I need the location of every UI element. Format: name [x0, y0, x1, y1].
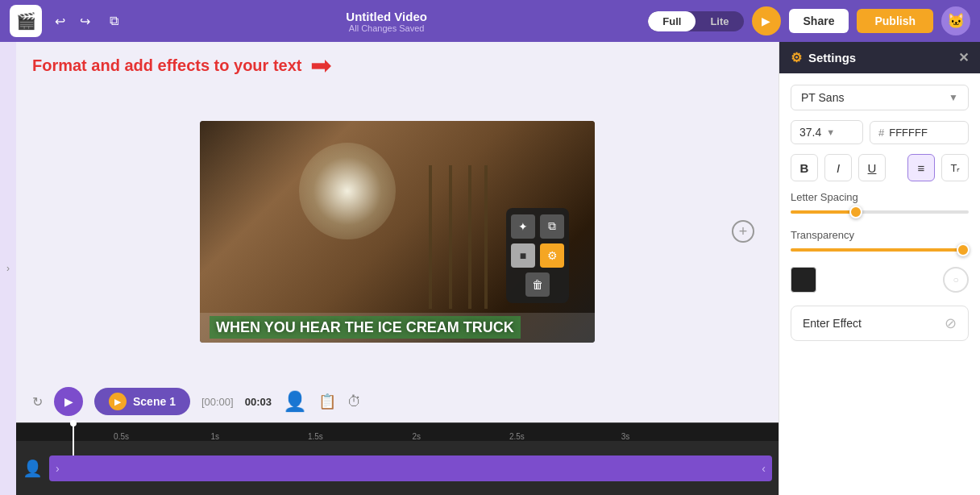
font-size-selector[interactable]: 37.4 ▼ [791, 120, 863, 144]
format-row: B I U ≡ Tᵣ [791, 154, 969, 181]
timeline-ruler: 0.5s 1s 1.5s 2s 2.5s 3s [16, 423, 779, 441]
refresh-icon: ↻ [32, 394, 43, 410]
ruler-mark-3: 1.5s [308, 432, 323, 441]
instruction-text: Format and add effects to your text [32, 56, 302, 75]
avatar-scene-icon[interactable]: 👤 [283, 390, 307, 413]
settings-header: ⚙ Settings ✕ [779, 42, 980, 73]
letter-spacing-section: Letter Spacing [791, 191, 969, 219]
hash-symbol: # [878, 127, 884, 139]
left-sidebar-toggle[interactable]: › [0, 42, 16, 495]
right-panel-content: PT Sans ▼ 37.4 ▼ # FFFFFF B I U [779, 73, 980, 495]
caption-text: WHEN YOU HEAR THE ICE CREAM TRUCK [210, 316, 521, 339]
mode-lite-button[interactable]: Lite [696, 11, 743, 31]
timeline: 0.5s 1s 1.5s 2s 2.5s 3s 👤 › ‹ [16, 422, 779, 495]
track-right-arrow: ‹ [762, 462, 766, 475]
color-hex-value: FFFFFF [889, 127, 928, 139]
letter-spacing-slider[interactable] [791, 205, 969, 219]
black-swatch[interactable] [791, 267, 816, 293]
canvas-area: WHEN YOU HEAR THE ICE CREAM TRUCK ✦ ⧉ ■ … [16, 81, 779, 382]
settings-close-icon[interactable]: ✕ [958, 50, 969, 65]
font-size-value: 37.4 [799, 126, 821, 139]
ruler-mark-1: 0.5s [114, 432, 129, 441]
add-scene-button[interactable]: + [732, 220, 754, 243]
scene-play-button[interactable]: ▶ [54, 387, 83, 416]
scene-controls: ↻ ▶ ▶ Scene 1 [00:00] 00:03 👤 📋 ⏱ [16, 382, 779, 422]
color-field[interactable]: # FFFFFF [870, 121, 969, 144]
save-status: All Changes Saved [349, 23, 425, 33]
right-panel: ⚙ Settings ✕ PT Sans ▼ 37.4 ▼ # FFFFFF [779, 42, 980, 495]
mode-toggle: Full Lite [648, 11, 743, 31]
timeline-track-bar[interactable]: › ‹ [49, 455, 772, 481]
scene-timecode: [00:00] [201, 396, 234, 408]
settings-gear-icon: ⚙ [791, 50, 802, 65]
slider-thumb[interactable] [849, 206, 862, 218]
float-settings-button[interactable]: ⚙ [540, 243, 564, 268]
preview-play-button[interactable]: ▶ [752, 6, 781, 35]
sidebar-arrow-icon: › [6, 263, 10, 274]
user-avatar[interactable]: 🐱 [941, 6, 970, 35]
float-toolbar-row2: ■ ⚙ [511, 243, 564, 268]
float-color-button[interactable]: ■ [511, 243, 535, 268]
undo-button[interactable]: ↩ [50, 12, 70, 31]
transparency-thumb[interactable] [957, 243, 970, 256]
video-caption[interactable]: WHEN YOU HEAR THE ICE CREAM TRUCK [200, 313, 595, 343]
no-color-swatch[interactable]: ○ [943, 267, 969, 293]
transparency-fill [791, 248, 960, 252]
slider-fill [791, 210, 853, 214]
clock-icon[interactable]: ⏱ [347, 393, 362, 410]
transparency-label: Transparency [791, 229, 969, 241]
settings-title: Settings [808, 51, 856, 64]
ruler-mark-5: 2.5s [509, 432, 525, 441]
transparency-slider[interactable] [791, 243, 969, 257]
track-left-arrow: › [49, 462, 60, 475]
video-canvas[interactable]: WHEN YOU HEAR THE ICE CREAM TRUCK ✦ ⧉ ■ … [200, 121, 595, 343]
size-chevron-icon: ▼ [826, 127, 835, 137]
underline-button[interactable]: U [858, 154, 886, 181]
font-chevron-icon: ▼ [949, 92, 958, 103]
publish-button[interactable]: Publish [857, 9, 933, 33]
scene-play-icon: ▶ [109, 393, 127, 410]
ruler-mark-4: 2s [413, 432, 421, 441]
mode-full-button[interactable]: Full [648, 11, 696, 31]
float-layers-button[interactable]: ⧉ [540, 214, 564, 239]
ruler-mark-6: 3s [621, 432, 630, 441]
instruction-banner: Format and add effects to your text ➡ [16, 42, 779, 81]
redo-button[interactable]: ↪ [75, 12, 95, 31]
logo[interactable]: 🎬 [10, 5, 42, 37]
transparency-section: Transparency [791, 229, 969, 257]
project-title: Untitled Video [346, 10, 427, 23]
align-button[interactable]: ≡ [907, 154, 935, 181]
center-area: Format and add effects to your text ➡ WH… [16, 42, 779, 495]
track-avatar-icon: 👤 [23, 459, 43, 478]
scene-name: Scene 1 [133, 395, 176, 408]
size-color-row: 37.4 ▼ # FFFFFF [791, 120, 969, 144]
italic-button[interactable]: I [824, 154, 852, 181]
transparency-track [791, 248, 969, 252]
title-area: Untitled Video All Changes Saved [133, 10, 640, 33]
color-swatches: ○ [791, 267, 969, 293]
track-icons: 👤 [23, 459, 43, 478]
font-name: PT Sans [801, 91, 844, 104]
undo-redo-group: ↩ ↪ [50, 12, 95, 31]
float-delete-button[interactable]: 🗑 [525, 272, 550, 297]
topbar: 🎬 ↩ ↪ ⧉ Untitled Video All Changes Saved… [0, 0, 980, 42]
copy-button[interactable]: ⧉ [103, 12, 125, 30]
main-area: › Format and add effects to your text ➡ [0, 42, 980, 495]
enter-effect-section[interactable]: Enter Effect ⊘ [791, 306, 969, 341]
text-style-button[interactable]: Tᵣ [941, 154, 969, 181]
timeline-track-area: 👤 › ‹ [16, 441, 779, 495]
slider-track [791, 210, 969, 214]
instruction-arrow-icon: ➡ [310, 50, 332, 81]
share-button[interactable]: Share [789, 9, 849, 33]
enter-effect-none-icon: ⊘ [945, 314, 957, 332]
calendar-icon[interactable]: 📋 [318, 393, 336, 410]
font-selector[interactable]: PT Sans ▼ [791, 85, 969, 110]
float-toolbar: ✦ ⧉ ■ ⚙ 🗑 [506, 208, 569, 303]
scene-label[interactable]: ▶ Scene 1 [94, 388, 190, 415]
enter-effect-label: Enter Effect [803, 317, 862, 330]
letter-spacing-label: Letter Spacing [791, 191, 969, 203]
ruler-mark-2: 1s [211, 432, 220, 441]
float-effects-button[interactable]: ✦ [511, 214, 535, 239]
scene-duration: 00:03 [245, 396, 272, 408]
bold-button[interactable]: B [791, 154, 818, 181]
